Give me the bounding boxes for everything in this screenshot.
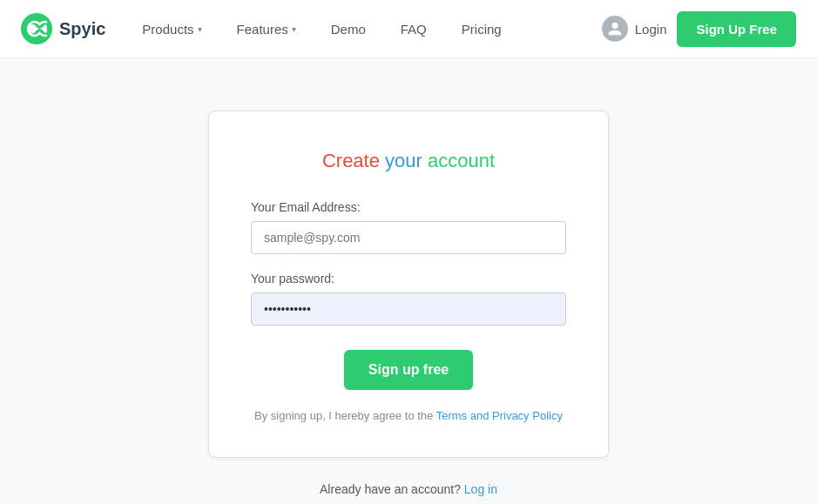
nav-item-pricing[interactable]: Pricing (446, 0, 517, 58)
nav-signup-button[interactable]: Sign Up Free (677, 11, 796, 47)
logo-link[interactable]: Spyic (21, 13, 105, 44)
card-title: Create your account (251, 150, 566, 172)
user-icon (602, 16, 628, 42)
password-label: Your password: (251, 272, 566, 286)
login-button[interactable]: Login (602, 16, 667, 42)
nav-item-faq[interactable]: FAQ (385, 0, 442, 58)
login-link[interactable]: Log in (464, 482, 497, 496)
email-label: Your Email Address: (251, 200, 566, 214)
password-group: Your password: (251, 272, 566, 326)
main-content: Create your account Your Email Address: … (0, 58, 817, 504)
signup-card: Create your account Your Email Address: … (208, 111, 609, 458)
email-input[interactable] (251, 221, 566, 254)
nav-item-features[interactable]: Features ▾ (221, 0, 312, 58)
chevron-down-icon: ▾ (292, 24, 296, 34)
navbar: Spyic Products ▾ Features ▾ Demo FAQ Pri… (0, 0, 817, 58)
terms-text: By signing up, I hereby agree to the Ter… (251, 409, 566, 422)
nav-item-products[interactable]: Products ▾ (126, 0, 217, 58)
nav-right: Login Sign Up Free (602, 11, 796, 47)
nav-links: Products ▾ Features ▾ Demo FAQ Pricing (126, 0, 601, 58)
nav-item-demo[interactable]: Demo (315, 0, 381, 58)
chevron-down-icon: ▾ (198, 24, 202, 34)
terms-link[interactable]: Terms and Privacy Policy (436, 409, 563, 422)
password-input[interactable] (251, 292, 566, 326)
email-group: Your Email Address: (251, 200, 566, 254)
signup-button[interactable]: Sign up free (344, 350, 473, 390)
logo-text: Spyic (59, 19, 105, 39)
already-text: Already have an account? Log in (320, 482, 497, 496)
